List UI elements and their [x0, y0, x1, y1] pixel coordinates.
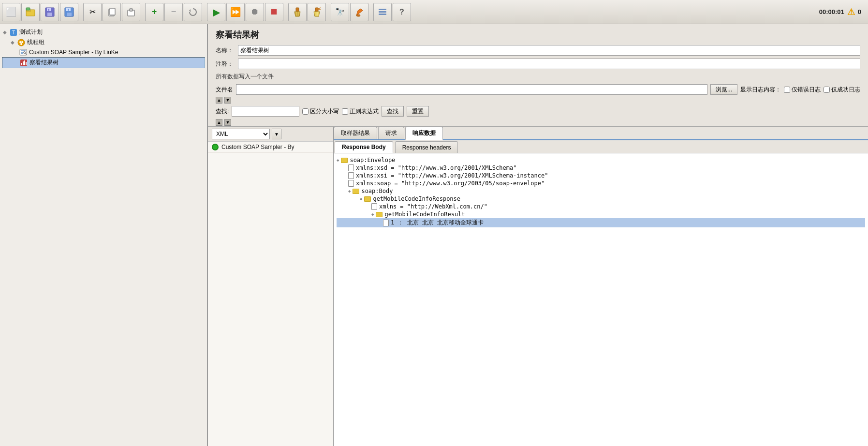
open-button[interactable]	[21, 3, 40, 21]
only-error-checkbox[interactable]	[784, 87, 790, 93]
file-input[interactable]	[236, 84, 707, 95]
save-template-button[interactable]	[41, 3, 59, 21]
right-panel: 察看结果树 名称： 注释： 所有数据写入一个文件 文件名 浏览... 显示日志内…	[208, 24, 868, 446]
svg-rect-18	[298, 12, 299, 15]
regex-check[interactable]: 正则表达式	[342, 107, 379, 116]
warning-icon: ⚠	[847, 7, 855, 17]
tree-item-listener[interactable]: 察看结果树	[2, 57, 205, 68]
help-button[interactable]: ?	[393, 3, 411, 21]
resp-tab-body[interactable]: Response Body	[335, 141, 393, 153]
svg-marker-14	[189, 9, 191, 12]
name-input[interactable]	[238, 45, 860, 56]
xml-text-response: getMobileCodeInfoResponse	[373, 195, 460, 202]
svg-point-23	[356, 15, 360, 16]
arrow-up-2-button[interactable]: ▲	[216, 119, 222, 126]
regex-checkbox[interactable]	[342, 108, 348, 115]
paint-button[interactable]	[350, 3, 368, 21]
resp-tab-headers[interactable]: Response headers	[395, 141, 458, 153]
xml-text-xsi: xmlns:xsi = "http://www.w3.org/2001/XMLS…	[356, 172, 548, 179]
regex-label: 正则表达式	[350, 107, 379, 116]
svg-rect-5	[48, 9, 49, 11]
find-button[interactable]: 查找	[382, 106, 404, 117]
tree-label-group: 线程组	[27, 38, 44, 46]
cut-button[interactable]: ✂	[83, 3, 102, 21]
svg-rect-8	[67, 13, 72, 16]
tab-sample-result[interactable]: 取样器结果	[334, 127, 377, 139]
panel-title: 察看结果树	[208, 24, 868, 44]
clear-all-button[interactable]	[308, 3, 326, 21]
tab-response-data[interactable]: 响应数据	[405, 127, 443, 140]
browse-button[interactable]: 浏览...	[710, 84, 737, 95]
remove-button[interactable]: −	[164, 3, 183, 21]
clear-button[interactable]	[288, 3, 307, 21]
xml-node-envelope: ◆ soap:Envelope	[337, 156, 865, 164]
search-button[interactable]: 🔭	[331, 3, 349, 21]
format-dropdown-arrow[interactable]: ▼	[272, 129, 281, 139]
only-success-check[interactable]: 仅成功日志	[824, 86, 860, 94]
log-label: 显示日志内容：	[740, 86, 781, 94]
folder-icon-envelope	[341, 158, 348, 163]
tree-item-group[interactable]: ◆ 线程组	[2, 37, 205, 47]
main-area: ◆ T 测试计划 ◆ 线程组 Custom SOAP Sampler - By …	[0, 24, 868, 446]
svg-marker-20	[314, 12, 320, 16]
tree-item-sampler[interactable]: Custom SOAP Sampler - By LiuKe	[2, 47, 205, 57]
svg-rect-36	[21, 63, 22, 65]
format-row: XML ▼	[208, 127, 333, 142]
file-icon-value	[383, 220, 389, 226]
status-count: 0	[858, 8, 861, 15]
svg-rect-17	[296, 12, 297, 15]
tab-request[interactable]: 请求	[378, 127, 404, 139]
svg-rect-9	[68, 9, 69, 11]
svg-point-32	[20, 43, 22, 45]
add-button[interactable]: +	[145, 3, 163, 21]
only-error-check[interactable]: 仅错误日志	[784, 86, 821, 94]
only-success-label: 仅成功日志	[831, 86, 860, 94]
comment-input[interactable]	[238, 59, 860, 69]
copy-button[interactable]	[103, 3, 121, 21]
stop-now-button[interactable]: ⏹	[265, 3, 283, 21]
list-button[interactable]	[373, 3, 392, 21]
paste-button[interactable]	[122, 3, 140, 21]
tree-label-plan: 测试计划	[19, 28, 43, 36]
run-nopause-button[interactable]: ⏩	[226, 3, 245, 21]
sample-item[interactable]: Custom SOAP Sampler - By	[208, 142, 333, 153]
xml-node-body: ◆ soap:Body	[337, 187, 865, 195]
arrow-down-button[interactable]: ▼	[224, 97, 231, 104]
save-button[interactable]	[60, 3, 78, 21]
status-time: 00:00:01	[819, 8, 844, 15]
case-checkbox[interactable]	[302, 108, 309, 115]
reset-button[interactable]	[184, 3, 202, 21]
pin-body: ◆	[348, 189, 351, 193]
folder-icon-response	[364, 196, 371, 202]
svg-rect-1	[26, 8, 30, 10]
only-success-checkbox[interactable]	[824, 87, 830, 93]
reset-search-button[interactable]: 重置	[407, 106, 429, 117]
svg-point-31	[21, 41, 23, 43]
search-label: 查找:	[216, 107, 229, 116]
file-row: 文件名 浏览... 显示日志内容： 仅错误日志 仅成功日志	[208, 83, 868, 96]
plan-icon: T	[10, 29, 17, 36]
pin-result: ◆	[371, 212, 374, 217]
arrow-down-2-button[interactable]: ▼	[224, 119, 231, 126]
case-check[interactable]: 区分大小写	[302, 107, 339, 116]
comment-label: 注释：	[216, 60, 235, 68]
group-icon	[17, 39, 25, 46]
xml-node-response: ◆ getMobileCodeInfoResponse	[337, 195, 865, 203]
tree-item-plan[interactable]: ◆ T 测试计划	[2, 27, 205, 37]
tree-pin: ◆	[3, 30, 7, 35]
case-label: 区分大小写	[310, 107, 339, 116]
run-button[interactable]: ▶	[207, 3, 225, 21]
svg-rect-38	[24, 60, 25, 65]
arrow-up-button[interactable]: ▲	[216, 97, 222, 104]
new-button[interactable]: ⬜	[2, 3, 20, 21]
svg-text:T: T	[12, 30, 15, 35]
folder-icon-body	[353, 189, 359, 194]
svg-rect-19	[315, 8, 318, 12]
xml-text-xmlns: xmlns = "http://WebXml.com.cn/"	[379, 203, 487, 210]
file-icon-xmlns	[371, 203, 377, 210]
search-input[interactable]	[232, 106, 299, 117]
svg-rect-24	[379, 9, 386, 10]
xml-text-soap-ns: xmlns:soap = "http://www.w3.org/2003/05/…	[356, 180, 544, 187]
stop-button[interactable]: ⏺	[246, 3, 264, 21]
format-select[interactable]: XML	[212, 129, 270, 139]
